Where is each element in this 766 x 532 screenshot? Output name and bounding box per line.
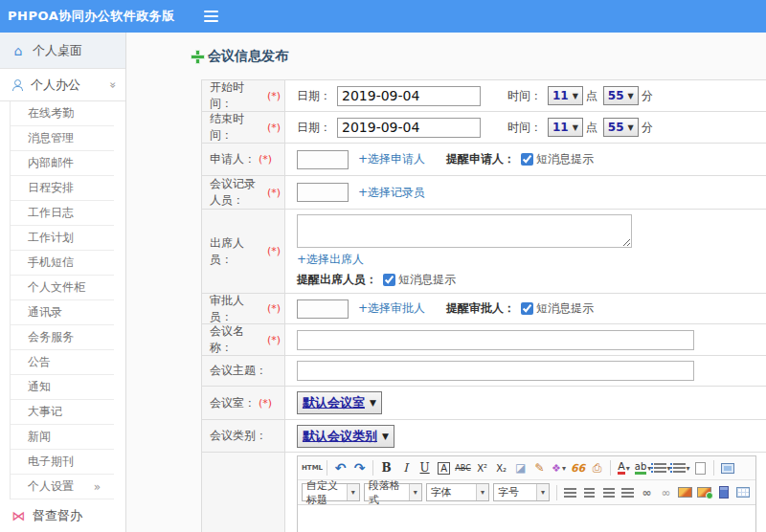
start-date-input[interactable] [337,86,481,106]
format-brush-icon[interactable]: ✎ [530,459,549,477]
sidebar-item-memorabilia[interactable]: 大事记 [11,400,114,425]
start-minute-select[interactable]: 55▼ [603,86,639,105]
pick-applicant-link[interactable]: +选择申请人 [358,151,425,167]
approver-input[interactable] [297,299,349,319]
heading-select[interactable]: 自定义标题▾ [302,483,360,501]
justify-button[interactable] [619,484,637,501]
insert-image-button[interactable] [695,484,713,501]
link-icon[interactable]: ∞ [638,484,656,501]
pick-approver-link[interactable]: +选择审批人 [358,300,425,317]
caret-down-icon: ▼ [628,92,634,100]
meeting-category-select[interactable]: 默认会议类别▼ [297,425,394,448]
bold-button[interactable]: B [377,459,395,477]
ordered-list-icon [654,463,666,473]
font-color-button[interactable]: A▾ [615,459,633,477]
remove-format-button[interactable]: A [438,462,450,475]
align-right-button[interactable] [599,484,618,501]
italic-button[interactable]: I [396,459,415,477]
sidebar-item-attendance[interactable]: 在线考勤 [11,101,114,126]
subscript-button[interactable]: X₂ [492,459,510,477]
recorder-input[interactable] [297,183,349,202]
topbar: PHPOA协同办公软件政务版 [0,0,766,33]
end-date-input[interactable] [337,118,481,138]
align-center-button[interactable] [580,484,598,501]
font-size-select[interactable]: 字号▾ [493,483,550,501]
align-center-icon [584,488,595,498]
ordered-list-button[interactable]: ▾ [653,459,671,477]
caret-down-icon: ▼ [628,123,634,132]
applicant-input[interactable] [297,150,349,169]
pick-attendees-link[interactable]: +选择出席人 [297,252,364,268]
sidebar-item-contacts[interactable]: 通讯录 [11,300,114,325]
caret-down-icon: ▼ [382,432,389,441]
hamburger-menu-icon[interactable] [204,11,218,22]
image-button[interactable] [676,484,694,501]
sidebar-item-announcement[interactable]: 公告 [11,350,114,375]
highlight-color-button[interactable]: ab▾ [634,459,652,477]
superscript-button[interactable]: X² [473,459,491,477]
sidebar-item-work-plan[interactable]: 工作计划 [11,226,114,251]
remind-approver-label: 提醒审批人： [446,300,515,317]
unlink-icon[interactable]: ∞ [657,484,675,501]
approver-sms-checkbox[interactable] [521,302,533,315]
editor-content-area[interactable] [298,504,755,532]
attendees-sms-checkbox[interactable] [383,274,395,286]
hr-button[interactable] [714,484,732,501]
sidebar-item-news[interactable]: 新闻 [11,425,114,450]
sidebar-item-label: 个人办公 [31,77,80,94]
field-label: 会议类别： [210,428,267,444]
sidebar-item-messages[interactable]: 消息管理 [11,126,114,151]
eraser-icon[interactable]: ◪ [511,459,529,477]
sidebar-item-desktop[interactable]: ⌂ 个人桌面 [0,33,125,69]
applicant-sms-checkbox[interactable] [521,153,533,166]
sidebar-item-personal-settings[interactable]: 个人设置 » [11,475,114,499]
meeting-room-select[interactable]: 默认会议室▼ [297,391,382,414]
sidebar-item-supervise[interactable]: ⋈ 督查督办 » [0,499,125,532]
justify-icon [621,488,634,498]
blockquote-button[interactable]: 66 [569,459,587,477]
sidebar-item-sms[interactable]: 手机短信 [11,251,114,276]
style-painter-button[interactable]: ❖▾ [550,459,568,477]
fullscreen-button[interactable] [718,459,736,477]
end-minute-select[interactable]: 55▼ [603,118,639,137]
attendees-textarea[interactable] [297,214,632,248]
align-left-icon [564,488,576,498]
editor-toolbar-row2: 自定义标题▾ 段落格式▾ 字体▾ 字号▾ ∞ ∞ [298,479,755,504]
sidebar-item-internal-mail[interactable]: 内部邮件 [11,151,114,176]
sidebar-item-work-log[interactable]: 工作日志 [11,201,114,226]
editor-toolbar-row1: HTML ↶ ↷ B I U A ABC X² X₂ ◪ [298,456,755,479]
pick-recorder-link[interactable]: +选择记录员 [358,185,425,201]
sidebar-item-e-journal[interactable]: 电子期刊 [11,450,114,475]
insert-image-icon [697,487,711,498]
html-source-button[interactable]: HTML [302,459,323,477]
sidebar-item-notice[interactable]: 通知 [11,375,114,400]
date-label: 日期： [297,88,331,104]
align-left-button[interactable] [561,484,579,501]
table-button[interactable] [733,484,752,501]
sidebar-item-file-cabinet[interactable]: 个人文件柜 [11,276,114,300]
field-label: 审批人员： [210,293,264,325]
caret-down-icon: ▼ [573,92,578,100]
hour-unit: 点 [586,88,597,104]
new-page-button[interactable] [691,459,710,477]
sidebar-item-meeting-service[interactable]: 会务服务 [11,325,114,350]
unordered-list-button[interactable]: ▾ [672,459,690,477]
font-family-select[interactable]: 字体▾ [426,483,489,501]
sidebar-item-office[interactable]: 个人办公 » [0,69,125,101]
meeting-subject-input[interactable] [297,361,694,381]
paste-from-word-icon[interactable]: ⎙ [588,459,606,477]
required-mark: (*) [267,302,281,315]
redo-icon[interactable]: ↷ [350,459,369,477]
strikethrough-button[interactable]: ABC [454,459,472,477]
undo-icon[interactable]: ↶ [331,459,349,477]
sidebar-item-schedule[interactable]: 日程安排 [11,176,114,201]
meeting-name-input[interactable] [297,330,694,350]
sidebar: ⌂ 个人桌面 个人办公 » 在线考勤 消息管理 内部邮件 日程安排 工作日志 工… [0,33,126,532]
painter-icon: ❖ [552,462,561,475]
end-hour-select[interactable]: 11▼ [548,118,583,137]
sms-label: 短消息提示 [536,151,594,167]
start-hour-select[interactable]: 11▼ [548,86,583,105]
field-label: 申请人： [210,151,256,167]
underline-button[interactable]: U [416,459,434,477]
paragraph-format-select[interactable]: 段落格式▾ [364,483,422,501]
